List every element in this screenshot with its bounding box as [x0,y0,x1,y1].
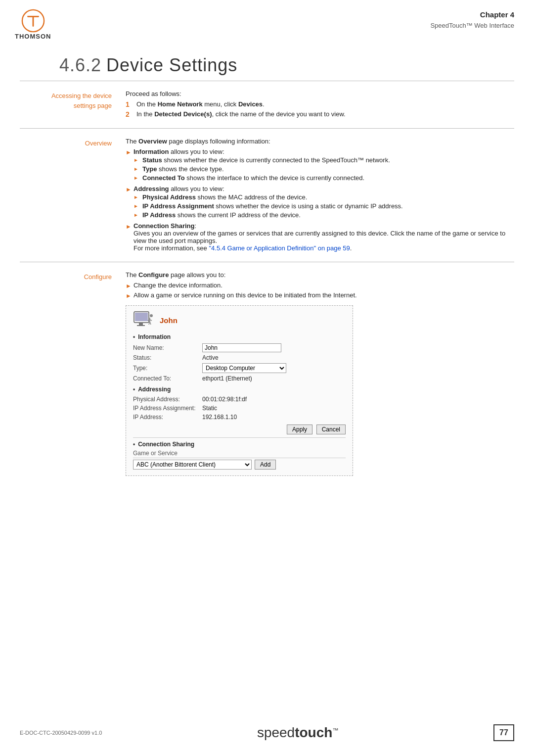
bullet-addressing-content: Addressing allows you to view: ► Physica… [134,185,403,220]
addressing-text: Addressing allows you to view: [134,185,224,192]
step-1-num: 1 [126,100,136,108]
ip-address-row: IP Address: 192.168.1.10 [133,413,346,422]
footer-brand-text: speedtouch™ [257,725,339,740]
sub-bullet-physical: ► Physical Address shows the MAC address… [134,193,403,201]
ip-assignment-row: IP Address Assignment: Static [133,404,346,413]
ip-assignment-label: IP Address Assignment: [133,404,202,413]
brand-speed: speed [257,725,295,740]
accessing-intro: Proceed as follows: [126,90,514,97]
sub-arrow-connected-to: ► [134,175,142,181]
type-select[interactable]: Desktop Computer [202,363,286,373]
configure-arrow-1: ► [126,283,134,289]
configure-bullet-1: ► Change the device information. [126,282,514,289]
sub-arrow-ip-address: ► [134,212,142,218]
step-1-text: On the Home Network menu, click Devices. [136,100,265,108]
overview-label: Overview [20,138,124,254]
type-row: Type: Desktop Computer [133,362,346,374]
physical-address-label: Physical Address: [133,395,202,404]
brand-tm: ™ [332,727,338,734]
accessing-section: Accessing the device settings page Proce… [20,81,514,128]
overview-intro: The Overview page displays following inf… [126,138,514,145]
sub-bullet-ip-address: ► IP Address shows the current IP addres… [134,211,403,219]
information-text: Information allows you to view: [134,148,224,155]
sub-bullet-connected-to: ► Connected To shows the interface to wh… [134,174,390,182]
bullet-connection-sharing: ► Connection Sharing: Gives you an overv… [126,222,514,252]
configure-section: Configure The Configure page allows you … [20,262,514,484]
svg-rect-4 [137,325,145,326]
new-name-value[interactable] [202,342,346,353]
page-header: THOMSON Chapter 4 SpeedTouch™ Web Interf… [0,0,534,40]
ip-address-value: 192.168.1.10 [202,413,346,422]
accessing-label-line2: settings page [74,102,112,109]
page-title-area: 4.6.2Device Settings [0,40,534,81]
overview-section: Overview The Overview page displays foll… [20,128,514,262]
bullet-connection-sharing-content: Connection Sharing: Gives you an overvie… [134,222,514,252]
cs-sub-label: Game or Service [133,450,346,458]
type-text: Type shows the device type. [142,165,224,173]
page-footer: E-DOC-CTC-20050429-0099 v1.0 speedtouch™… [0,724,534,741]
connection-sharing-more: For more information, see "4.5.4 Game or… [134,244,352,252]
type-label: Type: [133,362,202,374]
physical-address-row: Physical Address: 00:01:02:98:1f:df [133,395,346,404]
sub-bullet-type: ► Type shows the device type. [134,165,390,173]
page-title: 4.6.2Device Settings [59,55,514,76]
new-name-input[interactable] [202,343,281,352]
accessing-steps: 1 On the Home Network menu, click Device… [126,100,514,118]
ip-address-label: IP Address: [133,413,202,422]
step-2: 2 In the Detected Device(s), click the n… [126,110,514,118]
configure-bullets: ► Change the device information. ► Allow… [126,282,514,299]
bullet-arrow-1: ► [126,149,134,156]
brand-touch: touch [295,725,332,740]
connected-to-label: Connected To: [133,374,202,383]
game-service-select[interactable]: ABC (Another Bittorent Client) [133,460,252,470]
page-title-text: Device Settings [106,55,237,75]
configure-intro: The Configure page allows you to: [126,271,514,279]
overview-content: The Overview page displays following inf… [124,138,514,254]
ip-assignment-text: IP Address Assignment shows whether the … [142,202,403,210]
connected-to-value: ethport1 (Ethernet) [202,374,346,383]
connection-sharing-link[interactable]: "4.5.4 Game or Application Definition" o… [209,244,350,252]
add-button[interactable]: Add [255,460,276,470]
step-2-text: In the Detected Device(s), click the nam… [136,110,346,118]
physical-text: Physical Address shows the MAC address o… [142,193,307,201]
step-2-num: 2 [126,110,136,118]
sub-arrow-status: ► [134,157,142,163]
bullet-arrow-3: ► [126,223,134,230]
device-name: John [160,316,178,325]
type-value[interactable]: Desktop Computer [202,362,346,374]
sub-bullet-status: ► Status shows whether the device is cur… [134,156,390,164]
accessing-label-line1: Accessing the device [51,92,112,99]
card-addressing-table: Physical Address: 00:01:02:98:1f:df IP A… [133,395,346,422]
accessing-label: Accessing the device settings page [20,90,124,120]
thomson-logo: THOMSON [15,9,51,40]
chapter-info: Chapter 4 SpeedTouch™ Web Interface [430,9,514,31]
status-row: Status: Active [133,353,346,362]
physical-address-value: 00:01:02:98:1f:df [202,395,346,404]
main-content: Accessing the device settings page Proce… [0,81,534,484]
status-value: Active [202,353,346,362]
overview-bullets: ► Information allows you to view: ► Stat… [126,148,514,252]
status-label: Status: [133,353,202,362]
bullet-information-content: Information allows you to view: ► Status… [134,148,390,183]
configure-bullet-1-text: Change the device information. [134,282,222,289]
connection-sharing-desc: Gives you an overview of the games or se… [134,230,505,244]
page-title-number: 4.6.2 [59,55,101,75]
logo-text: THOMSON [15,33,51,40]
device-icon [133,311,155,330]
connected-to-text: Connected To shows the interface to whic… [142,174,364,182]
chapter-subtitle: SpeedTouch™ Web Interface [430,21,514,31]
svg-point-5 [150,314,153,317]
cancel-button[interactable]: Cancel [316,425,346,434]
cs-label: • Connection Sharing [133,441,346,448]
step-1: 1 On the Home Network menu, click Device… [126,100,514,108]
card-addressing-label: • Addressing [133,386,346,393]
connected-to-row: Connected To: ethport1 (Ethernet) [133,374,346,383]
apply-button[interactable]: Apply [287,425,312,434]
svg-rect-2 [135,313,148,321]
connection-sharing-title: Connection Sharing: [134,222,196,230]
configure-label: Configure [20,271,124,476]
configure-bullet-2-text: Allow a game or service running on this … [134,291,357,299]
status-text: Status shows whether the device is curre… [142,156,390,164]
card-information-table: New Name: Status: Active Type: Desk [133,342,346,383]
addressing-sub-bullets: ► Physical Address shows the MAC address… [134,193,403,219]
